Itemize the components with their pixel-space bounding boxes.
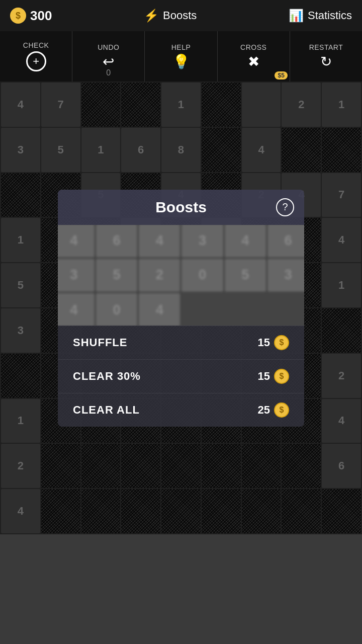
action-bar: Check + Undo ↩ 0 Help 💡 Cross ✖ $5 Resta… xyxy=(0,31,362,82)
cross-icon: ✖ xyxy=(248,53,259,70)
restart-icon: ↻ xyxy=(320,53,332,70)
boost-item-name: CLEAR ALL xyxy=(73,404,140,417)
help-button[interactable]: Help 💡 xyxy=(145,31,217,82)
boost-item-1[interactable]: CLEAR 30%15$ xyxy=(58,359,304,393)
boosts-label: Boosts xyxy=(163,9,197,22)
boost-item-0[interactable]: SHUFFLE15$ xyxy=(58,326,304,359)
modal-bg-cell: 6 xyxy=(96,225,137,257)
boost-item-name: SHUFFLE xyxy=(73,336,127,349)
cross-label: Cross xyxy=(240,43,266,51)
boosts-button[interactable]: ⚡ Boosts xyxy=(144,9,197,23)
modal-bg-cell: 0 xyxy=(96,293,137,326)
boosts-modal: Boosts ? 464346352053404 SHUFFLE15$CLEAR… xyxy=(58,190,304,427)
check-icon: + xyxy=(26,51,46,71)
boost-cost-number: 25 xyxy=(258,404,270,417)
modal-bg-cell: 5 xyxy=(225,259,266,292)
check-label: Check xyxy=(23,41,49,49)
coin-icon: $ xyxy=(10,8,26,24)
undo-button[interactable]: Undo ↩ 0 xyxy=(72,31,145,82)
boost-cost-coin-icon: $ xyxy=(274,369,289,384)
modal-help-button[interactable]: ? xyxy=(276,198,294,216)
modal-bg-grid: 464346352053404 xyxy=(58,225,304,326)
restart-label: Restart xyxy=(309,43,343,51)
modal-bg-cell: 5 xyxy=(96,259,137,292)
modal-bg-cell: 4 xyxy=(139,293,180,326)
undo-icon: ↩ xyxy=(103,53,114,70)
game-area: 47121351684542471114513214264 Boosts ? 4… xyxy=(0,82,362,534)
coin-display: $ 300 xyxy=(10,8,52,24)
modal-bg-cell: 4 xyxy=(58,293,95,326)
statistics-button[interactable]: 📊 Statistics xyxy=(289,9,352,23)
modal-bg-cell: 3 xyxy=(182,225,223,257)
boost-item-2[interactable]: CLEAR ALL25$ xyxy=(58,393,304,427)
boost-icon: ⚡ xyxy=(144,9,159,23)
help-question-icon: ? xyxy=(282,201,288,213)
bottom-area xyxy=(0,534,362,644)
modal-bg-cell: 4 xyxy=(139,225,180,257)
cross-cost: $5 xyxy=(275,71,287,79)
cross-button[interactable]: Cross ✖ $5 xyxy=(218,31,290,82)
boost-item-cost: 25$ xyxy=(258,403,289,418)
undo-label: Undo xyxy=(98,43,119,51)
coin-amount: 300 xyxy=(30,8,52,24)
modal-bg-cell: 4 xyxy=(225,225,266,257)
cross-cost-value: $5 xyxy=(278,72,284,79)
boost-cost-number: 15 xyxy=(258,336,270,349)
boost-cost-coin-icon: $ xyxy=(274,403,289,418)
modal-bg-cell: 2 xyxy=(139,259,180,292)
stats-icon: 📊 xyxy=(289,9,304,23)
boost-items-list: SHUFFLE15$CLEAR 30%15$CLEAR ALL25$ xyxy=(58,326,304,427)
modal-bg-cell: 3 xyxy=(58,259,95,292)
boost-cost-number: 15 xyxy=(258,370,270,383)
modal-header: Boosts ? xyxy=(58,190,304,225)
modal-overlay: Boosts ? 464346352053404 SHUFFLE15$CLEAR… xyxy=(0,82,362,534)
modal-bg-cell: 6 xyxy=(267,225,304,257)
top-bar: $ 300 ⚡ Boosts 📊 Statistics xyxy=(0,0,362,31)
modal-title: Boosts xyxy=(68,199,294,216)
boost-item-cost: 15$ xyxy=(258,335,289,350)
help-label: Help xyxy=(171,43,191,51)
undo-count: 0 xyxy=(106,68,111,77)
help-icon: 💡 xyxy=(172,53,190,70)
modal-bg-area: 464346352053404 xyxy=(58,225,304,326)
boost-item-name: CLEAR 30% xyxy=(73,370,141,383)
restart-button[interactable]: Restart ↻ xyxy=(290,31,362,82)
statistics-label: Statistics xyxy=(308,9,352,22)
modal-bg-cell: 3 xyxy=(267,259,304,292)
modal-bg-cell: 4 xyxy=(58,225,95,257)
boost-cost-coin-icon: $ xyxy=(274,335,289,350)
modal-bg-cell: 0 xyxy=(182,259,223,292)
boost-item-cost: 15$ xyxy=(258,369,289,384)
check-button[interactable]: Check + xyxy=(0,31,72,82)
